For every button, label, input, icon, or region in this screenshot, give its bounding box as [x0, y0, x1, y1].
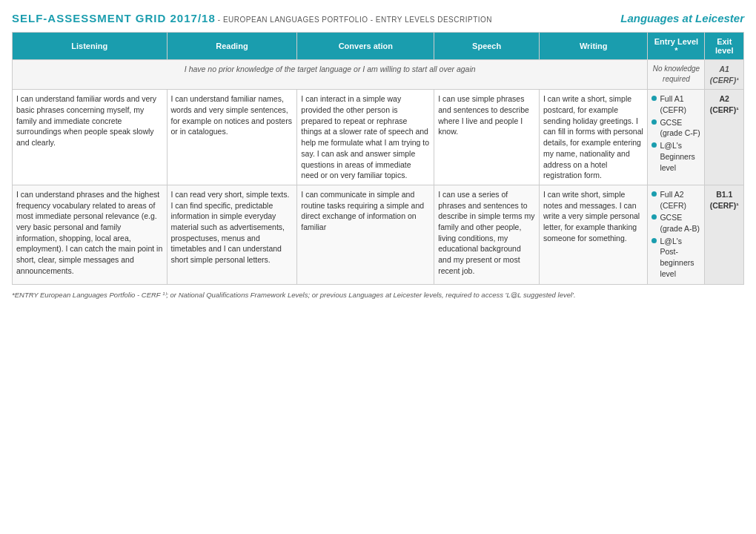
a2-writing: I can write a short, simple postcard, fo… — [540, 90, 648, 185]
a2-bullet-3-text: L@L's Beginners level — [660, 140, 700, 173]
b1-bullet-2: GCSE (grade A-B) — [651, 212, 700, 234]
a2-speech: I can use simple phrases and sentences t… — [434, 90, 540, 185]
a2-bullet-3: L@L's Beginners level — [651, 140, 700, 173]
a2-entry-level: Full A1 (CEFR) GCSE (grade C-F) L@L's Be… — [648, 90, 705, 185]
col-listening: Listening — [13, 33, 168, 60]
b1-bullet-2-text: GCSE (grade A-B) — [660, 212, 700, 234]
col-conversation: Convers ation — [297, 33, 434, 60]
bullet-dot — [651, 142, 657, 148]
a2-bullet-2-text: GCSE (grade C-F) — [660, 117, 700, 139]
b1-exit: B1.1 (CERF)¹ — [705, 185, 744, 285]
b1-conversation: I can communicate in simple and routine … — [297, 185, 434, 285]
b1-bullet-3-text: L@L's Post-beginners level — [660, 236, 700, 280]
page-title: SELF-ASSESSMENT GRID 2017/18 — [12, 12, 216, 24]
row-no-knowledge: I have no prior knowledge of the target … — [13, 60, 744, 90]
bullet-dot — [651, 96, 657, 101]
a2-exit: A2 (CERF)¹ — [705, 90, 744, 185]
a2-reading: I can understand familiar names, words a… — [167, 90, 297, 185]
col-entry-level: Entry Level * — [648, 33, 705, 60]
assessment-grid: Listening Reading Convers ation Speech W… — [12, 32, 744, 285]
b1-speech: I can use a series of phrases and senten… — [434, 185, 540, 285]
col-speech: Speech — [434, 33, 540, 60]
col-writing: Writing — [540, 33, 648, 60]
bullet-dot — [651, 191, 657, 197]
b1-bullet-3: L@L's Post-beginners level — [651, 236, 700, 280]
table-header-row: Listening Reading Convers ation Speech W… — [13, 33, 744, 60]
b1-writing: I can write short, simple notes and mess… — [540, 185, 648, 285]
no-knowledge-entry: No knowledge required — [648, 60, 705, 90]
row-a2: I can understand familiar words and very… — [13, 90, 744, 185]
brand-logo: Languages at Leicester — [620, 12, 744, 24]
row-b1: I can understand phrases and the highest… — [13, 185, 744, 285]
bullet-dot — [651, 119, 657, 125]
a2-bullet-2: GCSE (grade C-F) — [651, 117, 700, 139]
footer-note: *ENTRY European Languages Portfolio - CE… — [12, 291, 744, 299]
no-knowledge-exit: A1 (CERF)¹ — [705, 60, 744, 90]
b1-entry-level: Full A2 (CEFR) GCSE (grade A-B) L@L's Po… — [648, 185, 705, 285]
col-exit-level: Exit level — [705, 33, 744, 60]
no-knowledge-text: I have no prior knowledge of the target … — [13, 60, 648, 90]
no-knowledge-entry-label: No knowledge required — [651, 64, 700, 85]
page-subtitle: - EUROPEAN LANGUAGES PORTFOLIO - ENTRY L… — [218, 16, 492, 24]
bullet-dot — [651, 214, 657, 220]
a2-bullet-1-text: Full A1 (CEFR) — [660, 93, 700, 115]
b1-bullet-1: Full A2 (CEFR) — [651, 189, 700, 211]
col-reading: Reading — [167, 33, 297, 60]
a2-conversation: I can interact in a simple way provided … — [297, 90, 434, 185]
page-header: SELF-ASSESSMENT GRID 2017/18 - EUROPEAN … — [12, 12, 744, 24]
a2-listening: I can understand familiar words and very… — [13, 90, 168, 185]
bullet-dot — [651, 238, 657, 243]
a2-bullet-1: Full A1 (CEFR) — [651, 93, 700, 115]
b1-bullet-1-text: Full A2 (CEFR) — [660, 189, 700, 211]
b1-reading: I can read very short, simple texts. I c… — [167, 185, 297, 285]
brand-text: Languages at Leicester — [620, 12, 744, 24]
b1-listening: I can understand phrases and the highest… — [13, 185, 168, 285]
